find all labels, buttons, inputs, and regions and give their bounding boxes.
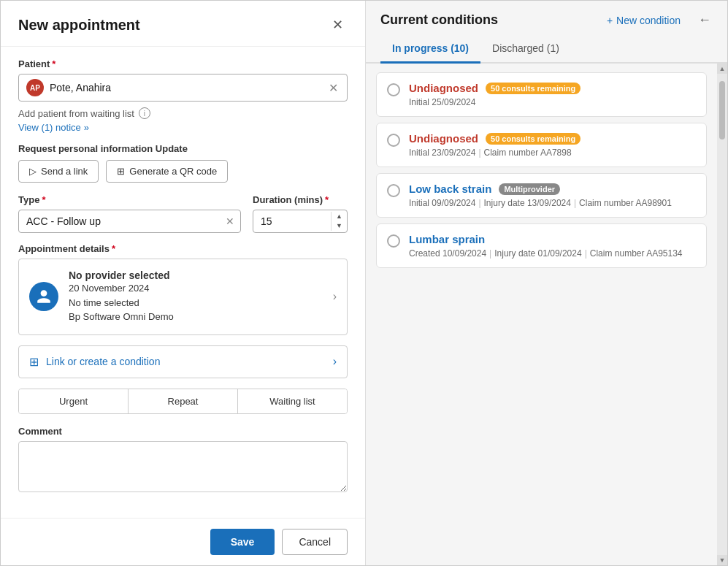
duration-down-button[interactable]: ▼ <box>332 221 347 231</box>
conditions-title: Current conditions <box>380 12 594 28</box>
condition-meta-4: Created 10/09/2024 | Injury date 01/09/2… <box>409 248 696 259</box>
waiting-list-text: Add patient from waiting list <box>18 108 134 119</box>
conditions-tabs: In progress (10) Discharged (1) <box>366 29 727 64</box>
waiting-list-row: Add patient from waiting list i <box>18 107 348 119</box>
condition-badge-2: 50 consults remaining <box>486 133 581 145</box>
tab-in-progress[interactable]: In progress (10) <box>380 37 480 64</box>
condition-radio-4[interactable] <box>387 234 400 248</box>
panel-footer: Save Cancel <box>1 518 365 565</box>
condition-meta-1: Initial 25/09/2024 <box>409 97 696 107</box>
qr-icon: ⊞ <box>117 166 125 177</box>
scrollbar-thumb[interactable] <box>719 81 725 139</box>
comment-label: Comment <box>18 426 348 437</box>
waiting-list-tag-button[interactable]: Waiting list <box>238 389 347 413</box>
repeat-tag-button[interactable]: Repeat <box>129 389 238 413</box>
send-link-button[interactable]: ▷ Send a link <box>18 160 99 183</box>
save-button[interactable]: Save <box>210 529 275 555</box>
panel-title: New appointment <box>18 17 140 34</box>
condition-radio-3[interactable] <box>387 184 400 197</box>
patient-name: Pote, Anahira <box>50 82 327 93</box>
close-button[interactable]: ✕ <box>328 15 348 34</box>
condition-info-4: Lumbar sprain Created 10/09/2024 | Injur… <box>409 233 696 259</box>
appointment-info: No provider selected 20 November 2024 No… <box>69 269 323 324</box>
back-button[interactable]: ← <box>694 11 716 29</box>
conditions-panel: Current conditions + New condition ← In … <box>366 1 727 565</box>
condition-name-4: Lumbar sprain <box>409 233 485 245</box>
condition-name-3: Low back strain <box>409 183 491 195</box>
type-clear-button[interactable]: ✕ <box>220 215 240 227</box>
patient-label: Patient * <box>18 58 348 69</box>
scroll-up-arrow[interactable]: ▲ <box>717 64 727 74</box>
condition-meta-2: Initial 23/09/2024 | Claim number AA7898 <box>409 148 696 158</box>
send-link-icon: ▷ <box>29 166 37 177</box>
comment-textarea[interactable] <box>18 441 348 492</box>
condition-name-1: Undiagnosed <box>409 82 478 94</box>
type-select[interactable]: ACC - Follow up ✕ <box>18 210 241 233</box>
condition-info-2: Undiagnosed 50 consults remaining Initia… <box>409 132 696 158</box>
new-condition-label: New condition <box>616 15 681 26</box>
link-condition-text: Link or create a condition <box>46 356 326 367</box>
provider-avatar <box>29 282 58 311</box>
conditions-list: Undiagnosed 50 consults remaining Initia… <box>366 64 717 565</box>
patient-input-wrapper[interactable]: AP Pote, Anahira ✕ <box>18 74 348 102</box>
appt-details-chevron-icon: › <box>333 290 337 303</box>
condition-name-2: Undiagnosed <box>409 132 478 145</box>
appt-details-label: Appointment details * <box>18 243 348 254</box>
link-icon: ⊞ <box>29 355 39 369</box>
view-notice-link[interactable]: View (1) notice » <box>18 122 348 133</box>
condition-badge-1: 50 consults remaining <box>486 83 581 94</box>
duration-value: 15 <box>253 210 331 232</box>
new-condition-button[interactable]: + New condition <box>601 12 686 29</box>
urgent-tag-button[interactable]: Urgent <box>19 389 129 413</box>
new-appointment-panel: New appointment ✕ Patient * AP Pote, Ana… <box>1 1 366 565</box>
condition-card-2[interactable]: Undiagnosed 50 consults remaining Initia… <box>376 123 707 167</box>
type-field: Type * ACC - Follow up ✕ <box>18 194 241 233</box>
condition-card-1[interactable]: Undiagnosed 50 consults remaining Initia… <box>376 72 707 117</box>
appointment-time: No time selected <box>69 296 323 310</box>
patient-avatar: AP <box>26 79 44 96</box>
type-duration-row: Type * ACC - Follow up ✕ Duration (mins)… <box>18 194 348 233</box>
condition-info-3: Low back strain Multiprovider Initial 09… <box>409 183 696 208</box>
condition-radio-1[interactable] <box>387 83 400 96</box>
plus-icon: + <box>607 15 613 26</box>
info-icon[interactable]: i <box>139 107 150 119</box>
cancel-button[interactable]: Cancel <box>282 529 348 555</box>
required-marker: * <box>52 58 55 69</box>
chevron-right-icon: » <box>84 122 89 133</box>
duration-field: Duration (mins) * 15 ▲ ▼ <box>253 194 348 233</box>
type-value: ACC - Follow up <box>19 210 220 232</box>
duration-input[interactable]: 15 ▲ ▼ <box>253 210 348 233</box>
panel-header: New appointment ✕ <box>1 1 365 47</box>
tab-discharged[interactable]: Discharged (1) <box>480 37 571 64</box>
condition-card-4[interactable]: Lumbar sprain Created 10/09/2024 | Injur… <box>376 223 707 268</box>
request-update-label: Request personal information Update <box>18 143 348 154</box>
condition-badge-3: Multiprovider <box>499 183 560 195</box>
condition-radio-2[interactable] <box>387 134 400 147</box>
scroll-down-arrow[interactable]: ▼ <box>717 555 727 565</box>
panel-body: Patient * AP Pote, Anahira ✕ Add patient… <box>1 47 365 518</box>
patient-clear-button[interactable]: ✕ <box>327 81 340 95</box>
duration-up-button[interactable]: ▲ <box>332 212 347 221</box>
condition-card-3[interactable]: Low back strain Multiprovider Initial 09… <box>376 173 707 218</box>
user-icon <box>36 288 52 305</box>
generate-qr-button[interactable]: ⊞ Generate a QR code <box>106 160 228 183</box>
link-condition-box[interactable]: ⊞ Link or create a condition › <box>18 345 348 378</box>
provider-name: No provider selected <box>69 269 323 281</box>
conditions-header: Current conditions + New condition ← <box>366 1 727 29</box>
condition-meta-3: Initial 09/09/2024 | Injury date 13/09/2… <box>409 198 696 208</box>
appointment-date: 20 November 2024 <box>69 281 323 296</box>
condition-info-1: Undiagnosed 50 consults remaining Initia… <box>409 82 696 107</box>
appointment-details-box[interactable]: No provider selected 20 November 2024 No… <box>18 259 348 335</box>
duration-arrows: ▲ ▼ <box>331 212 347 231</box>
tag-row: Urgent Repeat Waiting list <box>18 389 348 414</box>
request-update-buttons: ▷ Send a link ⊞ Generate a QR code <box>18 160 348 183</box>
link-condition-chevron-icon: › <box>333 355 337 368</box>
scrollbar: ▲ ▼ <box>717 64 727 565</box>
appointment-location: Bp Software Omni Demo <box>69 310 323 324</box>
